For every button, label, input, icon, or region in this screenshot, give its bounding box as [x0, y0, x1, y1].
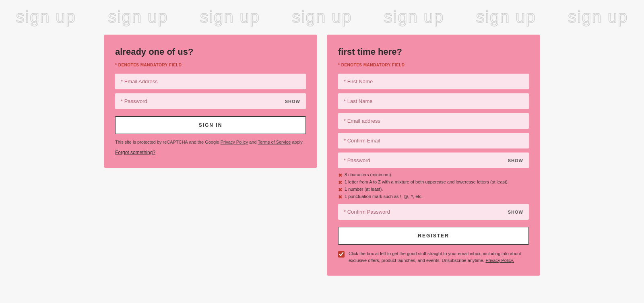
sign-up-word-6: sign up — [476, 7, 536, 27]
req-text-3: 1 number (at least). — [345, 187, 383, 192]
req-text-1: 8 characters (minimum). — [345, 172, 392, 177]
last-name-input[interactable] — [338, 93, 529, 109]
recaptcha-text: This site is protected by reCAPTCHA and … — [115, 140, 306, 144]
register-panel: first time here? * DENOTES MANDATORY FIE… — [327, 35, 540, 276]
signin-show-password-button[interactable]: SHOW — [285, 99, 300, 104]
register-email-input[interactable] — [338, 113, 529, 129]
last-name-wrapper — [338, 93, 529, 109]
signin-title: already one of us? — [115, 47, 306, 57]
register-privacy-policy-link[interactable]: Privacy Policy. — [485, 258, 514, 263]
password-req-3: ✖ 1 number (at least). — [338, 187, 529, 193]
signin-email-input[interactable] — [115, 74, 306, 89]
signin-email-wrapper — [115, 74, 306, 89]
signin-panel: already one of us? * DENOTES MANDATORY F… — [104, 35, 317, 168]
first-name-wrapper — [338, 74, 529, 89]
main-content: already one of us? * DENOTES MANDATORY F… — [0, 35, 644, 292]
confirm-email-input[interactable] — [338, 133, 529, 148]
register-title: first time here? — [338, 47, 529, 57]
signin-mandatory-note: * DENOTES MANDATORY FIELD — [115, 63, 306, 67]
sign-up-word-2: sign up — [108, 7, 168, 27]
req-icon-1: ✖ — [338, 172, 343, 178]
sign-up-word-5: sign up — [384, 7, 444, 27]
newsletter-checkbox[interactable] — [338, 251, 345, 258]
register-password-input[interactable] — [338, 153, 529, 168]
password-req-2: ✖ 1 letter from A to Z with a mixture of… — [338, 179, 529, 186]
password-req-1: ✖ 8 characters (minimum). — [338, 172, 529, 178]
first-name-input[interactable] — [338, 74, 529, 89]
sign-up-word-3: sign up — [200, 7, 260, 27]
req-text-2: 1 letter from A to Z with a mixture of b… — [345, 179, 509, 184]
password-req-4: ✖ 1 punctuation mark such as !, @, #, et… — [338, 194, 529, 200]
confirm-email-wrapper — [338, 133, 529, 148]
sign-up-word-7: sign up — [568, 7, 628, 27]
register-button[interactable]: REGISTER — [338, 227, 529, 245]
newsletter-text: Click the box at left to get the good st… — [349, 250, 529, 264]
signin-password-input[interactable] — [115, 93, 306, 109]
confirm-password-wrapper: SHOW — [338, 204, 529, 220]
privacy-policy-link[interactable]: Privacy Policy — [221, 140, 248, 144]
password-requirements-list: ✖ 8 characters (minimum). ✖ 1 letter fro… — [338, 172, 529, 200]
register-email-wrapper — [338, 113, 529, 129]
sign-up-word-4: sign up — [292, 7, 352, 27]
req-text-4: 1 punctuation mark such as !, @, #, etc. — [345, 194, 423, 199]
terms-of-service-link[interactable]: Terms of Service — [258, 140, 291, 144]
newsletter-row: Click the box at left to get the good st… — [338, 250, 529, 264]
req-icon-3: ✖ — [338, 187, 343, 193]
register-password-wrapper: SHOW — [338, 153, 529, 168]
register-show-confirm-password-button[interactable]: SHOW — [508, 210, 523, 214]
confirm-password-input[interactable] — [338, 204, 529, 220]
sign-up-word-1: sign up — [16, 7, 76, 27]
signin-password-wrapper: SHOW — [115, 93, 306, 109]
register-mandatory-note: * DENOTES MANDATORY FIELD — [338, 63, 529, 67]
req-icon-4: ✖ — [338, 194, 343, 200]
req-icon-2: ✖ — [338, 179, 343, 186]
forgot-something-link[interactable]: Forgot something? — [115, 150, 155, 155]
sign-up-header: sign up sign up sign up sign up sign up … — [0, 0, 644, 35]
signin-button[interactable]: SIGN IN — [115, 116, 306, 134]
register-show-password-button[interactable]: SHOW — [508, 158, 523, 163]
